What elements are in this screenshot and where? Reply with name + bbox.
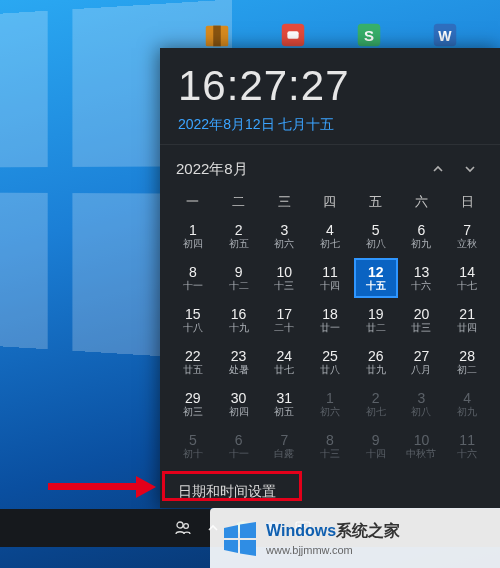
day-lunar: 十四: [320, 280, 340, 291]
desktop-icons-row: S W: [200, 18, 462, 52]
next-month-button[interactable]: [456, 155, 484, 183]
day-lunar: 初六: [320, 406, 340, 417]
day-lunar: 白露: [274, 448, 294, 459]
day-lunar: 初四: [183, 238, 203, 249]
calendar-day-cell[interactable]: 11十四: [308, 258, 352, 298]
day-lunar: 初六: [274, 238, 294, 249]
svg-marker-15: [224, 540, 238, 553]
day-lunar: 十六: [457, 448, 477, 459]
day-lunar: 初七: [366, 406, 386, 417]
day-number: 10: [414, 433, 430, 448]
calendar-week-row: 22廿五23处暑24廿七25廿八26廿九27八月28初二: [170, 341, 490, 383]
day-lunar: 十五: [366, 280, 386, 291]
day-number: 10: [276, 265, 292, 280]
day-lunar: 八月: [411, 364, 431, 375]
month-label[interactable]: 2022年8月: [176, 160, 248, 179]
calendar-day-cell[interactable]: 10中秋节: [400, 426, 444, 466]
calendar-day-cell[interactable]: 20廿三: [400, 300, 444, 340]
calendar-day-cell[interactable]: 2初七: [354, 384, 398, 424]
day-number: 9: [372, 433, 380, 448]
day-number: 2: [235, 223, 243, 238]
calendar-day-cell[interactable]: 17二十: [262, 300, 306, 340]
calendar-day-cell[interactable]: 16十九: [217, 300, 261, 340]
calendar-day-cell[interactable]: 18廿一: [308, 300, 352, 340]
calendar-day-cell[interactable]: 22廿五: [171, 342, 215, 382]
archive-icon[interactable]: [200, 18, 234, 52]
day-number: 19: [368, 307, 384, 322]
calendar-day-cell[interactable]: 28初二: [445, 342, 489, 382]
day-lunar: 廿五: [183, 364, 203, 375]
calendar-day-cell[interactable]: 2初五: [217, 216, 261, 256]
calendar-day-cell[interactable]: 25廿八: [308, 342, 352, 382]
calendar-day-cell[interactable]: 26廿九: [354, 342, 398, 382]
calendar-day-cell[interactable]: 29初三: [171, 384, 215, 424]
weekday-header-row: 一二三四五六日: [160, 185, 500, 215]
calendar-week-row: 5初十6十一7白露8十三9十四10中秋节11十六: [170, 425, 490, 467]
day-number: 5: [372, 223, 380, 238]
calendar-day-cell[interactable]: 3初六: [262, 216, 306, 256]
spreadsheet-icon[interactable]: S: [352, 18, 386, 52]
day-number: 1: [326, 391, 334, 406]
calendar-day-cell[interactable]: 8十一: [171, 258, 215, 298]
calendar-day-cell[interactable]: 7立秋: [445, 216, 489, 256]
day-lunar: 十三: [274, 280, 294, 291]
calendar-day-cell[interactable]: 5初十: [171, 426, 215, 466]
svg-marker-13: [224, 525, 238, 538]
day-number: 7: [280, 433, 288, 448]
calendar-day-cell[interactable]: 9十二: [217, 258, 261, 298]
people-icon[interactable]: [170, 515, 196, 541]
calendar-day-cell[interactable]: 31初五: [262, 384, 306, 424]
calendar-day-cell[interactable]: 11十六: [445, 426, 489, 466]
calendar-day-cell[interactable]: 9十四: [354, 426, 398, 466]
day-lunar: 廿九: [366, 364, 386, 375]
calendar-day-cell[interactable]: 13十六: [400, 258, 444, 298]
day-lunar: 廿四: [457, 322, 477, 333]
day-number: 3: [280, 223, 288, 238]
pdf-icon[interactable]: [276, 18, 310, 52]
day-lunar: 二十: [274, 322, 294, 333]
calendar-day-cell[interactable]: 3初八: [400, 384, 444, 424]
day-lunar: 十九: [229, 322, 249, 333]
calendar-day-cell[interactable]: 4初九: [445, 384, 489, 424]
calendar-day-cell[interactable]: 27八月: [400, 342, 444, 382]
day-lunar: 十一: [183, 280, 203, 291]
day-number: 2: [372, 391, 380, 406]
calendar-day-cell[interactable]: 19廿二: [354, 300, 398, 340]
day-number: 27: [414, 349, 430, 364]
day-number: 29: [185, 391, 201, 406]
clock-calendar-flyout: 16:27:27 2022年8月12日 七月十五 2022年8月 一二三四五六日…: [160, 48, 500, 508]
calendar-day-cell[interactable]: 15十八: [171, 300, 215, 340]
calendar-day-cell[interactable]: 1初六: [308, 384, 352, 424]
month-header-row: 2022年8月: [160, 145, 500, 185]
doc-icon[interactable]: W: [428, 18, 462, 52]
svg-rect-3: [287, 31, 298, 39]
weekday-cell: 五: [353, 191, 399, 213]
day-lunar: 十七: [457, 280, 477, 291]
calendar-day-cell[interactable]: 24廿七: [262, 342, 306, 382]
chevron-up-icon: [432, 163, 444, 175]
calendar-day-cell[interactable]: 7白露: [262, 426, 306, 466]
day-number: 12: [368, 265, 384, 280]
day-number: 8: [326, 433, 334, 448]
calendar-day-cell[interactable]: 30初四: [217, 384, 261, 424]
calendar-day-cell[interactable]: 6初九: [400, 216, 444, 256]
day-lunar: 初九: [457, 406, 477, 417]
calendar-day-cell[interactable]: 1初四: [171, 216, 215, 256]
calendar-day-cell[interactable]: 21廿四: [445, 300, 489, 340]
day-lunar: 立秋: [457, 238, 477, 249]
calendar-day-cell[interactable]: 4初七: [308, 216, 352, 256]
calendar-day-cell[interactable]: 23处暑: [217, 342, 261, 382]
calendar-day-cell[interactable]: 12十五: [354, 258, 398, 298]
day-lunar: 中秋节: [406, 448, 436, 459]
calendar-day-cell[interactable]: 14十七: [445, 258, 489, 298]
watermark-brand-cn: 系统之家: [336, 522, 400, 539]
day-lunar: 十二: [229, 280, 249, 291]
date-time-settings-link[interactable]: 日期和时间设置: [178, 481, 276, 503]
prev-month-button[interactable]: [424, 155, 452, 183]
calendar-day-cell[interactable]: 10十三: [262, 258, 306, 298]
calendar-day-cell[interactable]: 8十三: [308, 426, 352, 466]
clock-date-link[interactable]: 2022年8月12日 七月十五: [178, 116, 482, 134]
calendar-day-cell[interactable]: 6十一: [217, 426, 261, 466]
day-lunar: 初七: [320, 238, 340, 249]
calendar-day-cell[interactable]: 5初八: [354, 216, 398, 256]
